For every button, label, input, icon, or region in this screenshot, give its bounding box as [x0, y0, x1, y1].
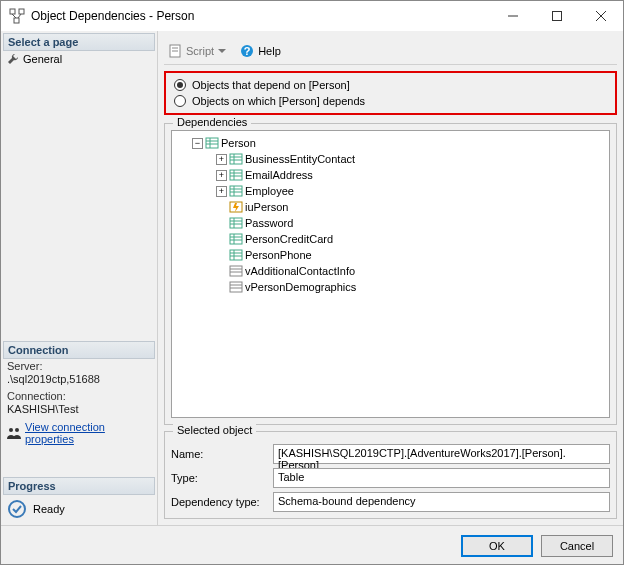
svg-rect-34 — [230, 218, 242, 228]
titlebar: Object Dependencies - Person — [1, 1, 623, 31]
script-icon — [168, 44, 182, 58]
nav-general[interactable]: General — [3, 51, 155, 67]
tree-node-label: PersonCreditCard — [245, 233, 333, 245]
nav-general-label: General — [23, 53, 62, 65]
server-value: .\sql2019ctp,51688 — [3, 373, 155, 389]
svg-rect-0 — [10, 9, 15, 14]
content: Select a page General Connection Server:… — [1, 31, 623, 525]
progress-text: Ready — [33, 503, 65, 515]
object-icon — [229, 264, 243, 278]
type-field[interactable]: Table — [273, 468, 610, 488]
maximize-button[interactable] — [535, 1, 579, 31]
script-button[interactable]: Script — [186, 45, 214, 57]
connection-header: Connection — [3, 341, 155, 359]
expand-icon[interactable]: + — [216, 170, 227, 181]
object-icon — [229, 184, 243, 198]
svg-rect-38 — [230, 234, 242, 244]
object-icon — [229, 200, 243, 214]
svg-line-4 — [18, 14, 21, 18]
close-button[interactable] — [579, 1, 623, 31]
expand-icon[interactable]: + — [216, 186, 227, 197]
connection-value: KASHISH\Test — [3, 403, 155, 419]
svg-rect-1 — [19, 9, 24, 14]
tree-root[interactable]: − Person — [174, 135, 607, 151]
tree-node-label: vPersonDemographics — [245, 281, 356, 293]
view-connection-link[interactable]: View connection properties — [25, 421, 151, 445]
object-icon — [229, 168, 243, 182]
tree-node[interactable]: Password — [174, 215, 607, 231]
svg-rect-25 — [230, 170, 242, 180]
progress-header: Progress — [3, 477, 155, 495]
dependency-tree[interactable]: − Person +BusinessEntityContact+EmailAdd… — [171, 130, 610, 418]
people-icon — [7, 427, 21, 439]
object-icon — [229, 232, 243, 246]
wrench-icon — [7, 53, 19, 65]
collapse-icon[interactable]: − — [192, 138, 203, 149]
toolbar: Script ? Help — [164, 37, 617, 65]
object-icon — [229, 216, 243, 230]
radio-icon — [174, 79, 186, 91]
selected-object-group: Selected object Name: [KASHISH\SQL2019CT… — [164, 431, 617, 519]
svg-line-3 — [12, 14, 16, 18]
tree-node-label: BusinessEntityContact — [245, 153, 355, 165]
dropdown-icon[interactable] — [218, 47, 226, 55]
progress-status: Ready — [3, 495, 155, 523]
tree-node[interactable]: PersonPhone — [174, 247, 607, 263]
main-panel: Script ? Help Objects that depend on [Pe… — [158, 31, 623, 525]
name-label: Name: — [171, 448, 269, 460]
radio-depends-which-label: Objects on which [Person] depends — [192, 95, 365, 107]
svg-rect-42 — [230, 250, 242, 260]
selected-object-legend: Selected object — [173, 424, 256, 436]
select-page-header: Select a page — [3, 33, 155, 51]
svg-rect-21 — [230, 154, 242, 164]
ok-button[interactable]: OK — [461, 535, 533, 557]
tree-node[interactable]: +EmailAddress — [174, 167, 607, 183]
svg-point-11 — [9, 501, 25, 517]
tree-node-label: Password — [245, 217, 293, 229]
server-label: Server: — [3, 359, 155, 373]
view-connection-properties[interactable]: View connection properties — [3, 419, 155, 447]
name-field[interactable]: [KASHISH\SQL2019CTP].[AdventureWorks2017… — [273, 444, 610, 464]
check-icon — [7, 499, 27, 519]
tree-node-label: PersonPhone — [245, 249, 312, 261]
tree-node[interactable]: +Employee — [174, 183, 607, 199]
radio-icon — [174, 95, 186, 107]
tree-node[interactable]: PersonCreditCard — [174, 231, 607, 247]
cancel-button[interactable]: Cancel — [541, 535, 613, 557]
svg-rect-17 — [206, 138, 218, 148]
help-icon: ? — [240, 44, 254, 58]
tree-root-label: Person — [221, 137, 256, 149]
radio-depend-on[interactable]: Objects that depend on [Person] — [174, 77, 607, 93]
dependencies-legend: Dependencies — [173, 116, 251, 128]
connection-label: Connection: — [3, 389, 155, 403]
tree-node[interactable]: vAdditionalContactInfo — [174, 263, 607, 279]
object-icon — [229, 152, 243, 166]
help-button[interactable]: Help — [258, 45, 281, 57]
deptype-field[interactable]: Schema-bound dependency — [273, 492, 610, 512]
tree-node[interactable]: iuPerson — [174, 199, 607, 215]
footer: OK Cancel — [1, 525, 623, 565]
object-icon — [229, 280, 243, 294]
svg-point-9 — [9, 428, 13, 432]
deptype-label: Dependency type: — [171, 496, 269, 508]
minimize-button[interactable] — [491, 1, 535, 31]
svg-rect-6 — [553, 12, 562, 21]
expand-icon[interactable]: + — [216, 154, 227, 165]
svg-rect-46 — [230, 266, 242, 276]
svg-rect-29 — [230, 186, 242, 196]
tree-node-label: vAdditionalContactInfo — [245, 265, 355, 277]
tree-node-label: Employee — [245, 185, 294, 197]
object-icon — [229, 248, 243, 262]
dependencies-group: Dependencies − Person +BusinessEntityCon… — [164, 123, 617, 425]
radio-depend-on-label: Objects that depend on [Person] — [192, 79, 350, 91]
svg-rect-49 — [230, 282, 242, 292]
tree-node-label: iuPerson — [245, 201, 288, 213]
dependencies-icon — [9, 8, 25, 24]
window-title: Object Dependencies - Person — [31, 9, 491, 23]
table-icon — [205, 136, 219, 150]
radio-depends-which[interactable]: Objects on which [Person] depends — [174, 93, 607, 109]
tree-node[interactable]: vPersonDemographics — [174, 279, 607, 295]
tree-node[interactable]: +BusinessEntityContact — [174, 151, 607, 167]
dependency-mode-group: Objects that depend on [Person] Objects … — [164, 71, 617, 115]
sidebar: Select a page General Connection Server:… — [1, 31, 158, 525]
